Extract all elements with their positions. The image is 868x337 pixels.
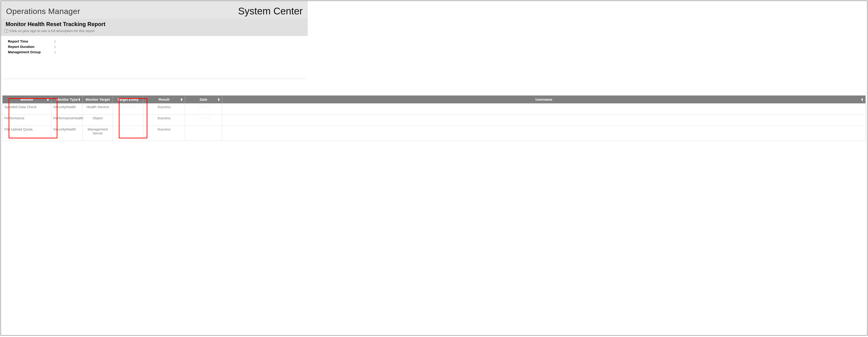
col-header-label: Target Entity <box>117 97 138 101</box>
cell-monitor: Performance <box>3 115 51 126</box>
app-title-left: Operations Manager <box>6 7 80 16</box>
report-title: Monitor Health Reset Tracking Report <box>6 21 303 27</box>
cell-result: Success <box>143 115 185 126</box>
meta-label: Report Time <box>8 39 54 43</box>
meta-report-duration: Report Duration : <box>8 45 303 49</box>
report-description-hint: Click on plus sign to see a full descrip… <box>9 29 95 33</box>
report-header: Monitor Health Reset Tracking Report + C… <box>1 19 308 36</box>
redacted-text <box>195 117 212 119</box>
col-header-date[interactable]: Date ▲▼ <box>185 96 222 103</box>
table-row: File Upload Quota SecurityHealth Managem… <box>3 126 866 141</box>
cell-date <box>185 103 222 115</box>
col-header-monitor-type[interactable]: Monitor Type ▲▼ <box>51 96 83 103</box>
cell-date <box>185 115 222 126</box>
meta-separator: : <box>54 45 56 49</box>
col-header-label: Result <box>159 97 169 101</box>
report-description-row: + Click on plus sign to see a full descr… <box>5 29 303 33</box>
cell-target-entity <box>113 115 143 126</box>
report-banner-area: Operations Manager System Center Monitor… <box>1 1 308 79</box>
table-row: Performance PerformanceHealth Object Suc… <box>3 115 866 126</box>
cell-username <box>222 103 866 115</box>
sort-icon[interactable]: ▲▼ <box>180 98 183 101</box>
sort-icon[interactable]: ▲▼ <box>46 98 49 101</box>
meta-management-group: Management Group : <box>8 50 303 54</box>
meta-report-time: Report Time : <box>8 39 303 43</box>
table-header-row: Monitor ▲▼ Monitor Type ▲▼ Monitor Targe… <box>3 96 866 103</box>
redacted-text <box>195 106 212 108</box>
meta-label: Report Duration <box>8 45 54 49</box>
sort-icon[interactable]: ▲▼ <box>217 98 220 101</box>
sort-icon[interactable]: ▲▼ <box>78 98 81 101</box>
cell-monitor-target: Management Server <box>83 126 113 141</box>
col-header-label: Date <box>200 97 207 101</box>
sort-icon[interactable]: ▲▼ <box>861 98 864 101</box>
results-table: Monitor ▲▼ Monitor Type ▲▼ Monitor Targe… <box>2 95 866 141</box>
cell-monitor-target: Object <box>83 115 113 126</box>
col-header-username[interactable]: Username ▲▼ <box>222 96 866 103</box>
cell-target-entity <box>113 126 143 141</box>
col-header-label: Monitor Target <box>86 97 110 101</box>
app-title-right: System Center <box>238 6 303 17</box>
divider <box>3 79 305 79</box>
meta-separator: : <box>54 39 56 43</box>
cell-result: Success <box>143 126 185 141</box>
meta-label: Management Group <box>8 50 54 54</box>
col-header-target-entity[interactable]: Target Entity <box>113 96 143 103</box>
col-header-monitor[interactable]: Monitor ▲▼ <box>3 96 51 103</box>
cell-result: Success <box>143 103 185 115</box>
cell-monitor-type: SecurityHealth <box>51 126 83 141</box>
cell-monitor: File Upload Quota <box>3 126 51 141</box>
meta-separator: : <box>54 50 56 54</box>
cell-date <box>185 126 222 141</box>
redacted-text <box>120 106 136 108</box>
col-header-label: Username <box>535 97 552 101</box>
table-row: Spoofed Data Check SecurityHealth Health… <box>3 103 866 115</box>
redacted-text <box>120 128 136 130</box>
col-header-monitor-target[interactable]: Monitor Target <box>83 96 113 103</box>
cell-monitor-type: SecurityHealth <box>51 103 83 115</box>
expand-description-icon[interactable]: + <box>5 29 8 33</box>
results-table-wrap: Monitor ▲▼ Monitor Type ▲▼ Monitor Targe… <box>1 95 867 141</box>
col-header-label: Monitor Type <box>56 97 78 101</box>
report-frame: Operations Manager System Center Monitor… <box>0 0 868 336</box>
col-header-label: Monitor <box>21 97 33 101</box>
cell-username <box>222 115 866 126</box>
cell-monitor-target: Health Service <box>83 103 113 115</box>
top-banner: Operations Manager System Center <box>1 1 308 19</box>
report-meta: Report Time : Report Duration : Manageme… <box>1 36 308 58</box>
cell-monitor-type: PerformanceHealth <box>51 115 83 126</box>
cell-username <box>222 126 866 141</box>
cell-monitor: Spoofed Data Check <box>3 103 51 115</box>
cell-target-entity <box>113 103 143 115</box>
col-header-result[interactable]: Result ▲▼ <box>143 96 185 103</box>
